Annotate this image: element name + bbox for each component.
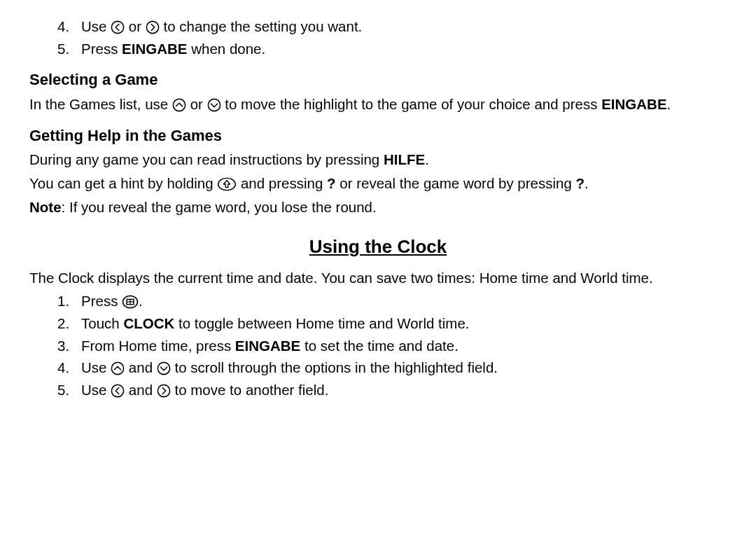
step-number: 1. [57, 291, 81, 311]
text: to move to another field. [174, 382, 328, 398]
clock-step-1: 1. Press . [29, 291, 727, 311]
clock-intro: The Clock displays the current time and … [29, 268, 727, 288]
text: : If you reveal the game word, you lose … [62, 199, 377, 215]
clock-step-3: 3. From Home time, press EINGABE to set … [29, 336, 727, 356]
step-number: 5. [57, 380, 81, 400]
heading-using-clock: Using the Clock [29, 235, 727, 259]
text: . [139, 293, 143, 309]
up-arrow-icon [172, 98, 186, 112]
text: when done. [188, 41, 266, 57]
step-text: From Home time, press EINGABE to set the… [81, 336, 727, 356]
clock-step-5: 5. Use and to move to another field. [29, 380, 727, 400]
down-arrow-icon [157, 361, 171, 375]
text: or [190, 96, 207, 112]
note-label: Note [29, 199, 62, 215]
text: and [129, 359, 157, 375]
step-number: 2. [57, 314, 81, 333]
clock-step-4: 4. Use and to scroll through the options… [29, 358, 727, 378]
text: You can get a hint by holding [29, 175, 217, 191]
step-item-5: 5. Press EINGABE when done. [29, 39, 727, 59]
text: to move the highlight to the game of you… [225, 96, 601, 112]
step-number: 4. [57, 17, 81, 36]
text: . [425, 151, 429, 167]
text: and [129, 382, 157, 398]
step-text: Press . [81, 291, 727, 311]
text: Use [81, 359, 111, 375]
help-paragraph-1: During any game you can read instruction… [29, 150, 727, 169]
step-text: Press EINGABE when done. [81, 39, 727, 59]
up-arrow-icon [111, 361, 125, 375]
text: or [129, 18, 146, 34]
step-text: Use and to scroll through the options in… [81, 358, 727, 378]
shift-key-icon [217, 177, 237, 191]
selecting-game-paragraph: In the Games list, use or to move the hi… [29, 95, 727, 114]
text: From Home time, press [81, 338, 235, 354]
text: to scroll through the options in the hig… [174, 359, 498, 375]
step-number: 5. [57, 39, 81, 59]
text: Use [81, 382, 111, 398]
step-number: 3. [57, 336, 81, 356]
key-name: EINGABE [122, 41, 187, 57]
text: In the Games list, use [29, 96, 172, 112]
step-text: Touch CLOCK to toggle between Home time … [81, 314, 727, 333]
right-arrow-icon [146, 20, 160, 34]
text: and pressing [241, 175, 327, 191]
right-arrow-icon [157, 384, 171, 398]
key-name: ? [327, 175, 336, 191]
text: to change the setting you want. [164, 18, 363, 34]
text: Press [81, 293, 122, 309]
text: . [584, 175, 589, 191]
help-paragraph-note: Note: If you reveal the game word, you l… [29, 198, 727, 217]
key-name: HILFE [384, 151, 425, 167]
help-paragraph-2: You can get a hint by holding and pressi… [29, 174, 727, 193]
text: or reveal the game word by pressing [336, 175, 576, 191]
step-text: Use or to change the setting you want. [81, 17, 727, 36]
text: to set the time and date. [300, 338, 458, 354]
key-name: EINGABE [601, 96, 666, 112]
text: Touch [81, 315, 123, 331]
step-item-4: 4. Use or to change the setting you want… [29, 17, 727, 36]
down-arrow-icon [207, 98, 221, 112]
left-arrow-icon [111, 20, 125, 34]
left-arrow-icon [111, 384, 125, 398]
heading-getting-help: Getting Help in the Games [29, 125, 727, 146]
organizer-key-icon [122, 295, 139, 309]
text: to toggle between Home time and World ti… [174, 315, 469, 331]
step-number: 4. [57, 358, 81, 378]
key-name: CLOCK [123, 315, 174, 331]
text: Use [81, 18, 111, 34]
text: During any game you can read instruction… [29, 151, 384, 167]
key-name: ? [576, 175, 585, 191]
step-text: Use and to move to another field. [81, 380, 727, 400]
heading-selecting-game: Selecting a Game [29, 69, 727, 90]
text: . [667, 96, 671, 112]
clock-step-2: 2. Touch CLOCK to toggle between Home ti… [29, 314, 727, 333]
key-name: EINGABE [235, 338, 300, 354]
text: Press [81, 41, 122, 57]
